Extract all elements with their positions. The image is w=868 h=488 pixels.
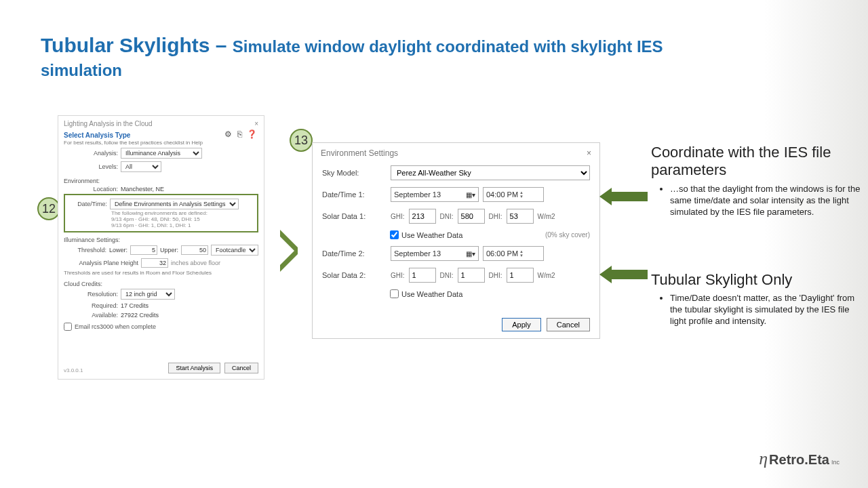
cloud-credits-header: Cloud Credits: — [58, 277, 264, 287]
wm2-unit: W/m2 — [538, 213, 555, 220]
location-label: Location: — [64, 186, 118, 192]
ghi-label: GHI: — [391, 272, 405, 279]
ghi-label: GHI: — [391, 213, 405, 220]
levels-select[interactable]: All — [121, 161, 161, 172]
ghi2-input[interactable] — [409, 268, 436, 283]
email-label: Email rcs3000 when complete — [75, 323, 156, 330]
datetime-select[interactable]: Define Environments in Analysis Settings — [110, 199, 239, 209]
date2-picker[interactable]: September 13▦▾ — [391, 246, 479, 261]
use-weather-2-label: Use Weather Data — [401, 290, 462, 298]
step-badge-12: 12 — [37, 197, 60, 220]
lighting-analysis-panel: Lighting Analysis in the Cloud × Select … — [58, 115, 264, 380]
sky-model-label: Sky Model: — [322, 169, 387, 177]
plane-unit: inches above floor — [171, 260, 220, 266]
cancel-button[interactable]: Cancel — [547, 318, 590, 331]
datetime2-label: Date/Time 2: — [322, 249, 387, 258]
apply-button[interactable]: Apply — [502, 318, 541, 331]
start-analysis-button[interactable]: Start Analysis — [168, 363, 220, 373]
explain1-heading: Coordinate with the IES file parameters — [651, 144, 865, 180]
schedule-note: Thresholds are used for results in Room … — [58, 269, 264, 277]
dhi2-input[interactable] — [507, 268, 534, 283]
step-badge-13: 13 — [290, 129, 313, 152]
spinner-icon: ▲▼ — [519, 190, 526, 199]
title-line2: simulation — [41, 61, 841, 80]
upper-label: Upper: — [160, 247, 178, 253]
title-sub: Simulate window daylight coordinated wit… — [233, 37, 663, 56]
logo-text: Retro.Eta — [769, 452, 829, 468]
env-note-2: 9/13 4pm · GHI: 48, DNI: 50, DHI: 15 — [69, 216, 253, 222]
close-icon[interactable]: × — [587, 148, 591, 158]
time2-picker[interactable]: 06:00 PM▲▼ — [483, 246, 544, 261]
logo-inc: Inc — [831, 459, 840, 466]
levels-label: Levels: — [64, 163, 118, 170]
datetime-label: Date/Time: — [69, 201, 107, 207]
slide-title: Tubular Skylights – Simulate window dayl… — [41, 34, 841, 80]
calendar-icon: ▦▾ — [466, 250, 475, 258]
plane-height-label: Analysis Plane Height — [64, 260, 138, 266]
env-note-1: The following environments are defined: — [69, 210, 253, 216]
dni2-input[interactable] — [458, 268, 485, 283]
section-select-analysis: Select Analysis Type — [58, 129, 136, 139]
dni-label: DNI: — [440, 213, 454, 220]
close-icon[interactable]: × — [254, 120, 258, 127]
wm2-unit: W/m2 — [538, 272, 555, 279]
settings-icons[interactable]: ⚙ ⎘ ❓ — [224, 129, 258, 139]
required-value: 17 Credits — [121, 302, 258, 309]
cancel-button[interactable]: Cancel — [224, 363, 258, 373]
analysis-label: Analysis: — [64, 150, 118, 157]
title-main: Tubular Skylights – — [41, 34, 233, 56]
solar2-label: Solar Data 2: — [322, 271, 387, 279]
environment-settings-panel: Environment Settings × Sky Model: Perez … — [312, 142, 600, 339]
dhi1-input[interactable] — [507, 209, 534, 224]
env-panel-title: Environment Settings — [321, 148, 398, 158]
available-value: 27922 Credits — [121, 312, 258, 319]
resolution-label: Resolution: — [64, 291, 118, 298]
retroeta-logo: η Retro.Eta Inc — [759, 449, 840, 469]
analysis-select[interactable]: Illuminance Analysis — [121, 148, 202, 159]
explain-coordinate: Coordinate with the IES file parameters … — [651, 144, 865, 218]
ghi1-input[interactable] — [409, 209, 436, 224]
arrow-left-icon — [610, 192, 648, 201]
lower-label: Lower: — [109, 247, 127, 253]
plane-height-input[interactable] — [141, 258, 168, 268]
sky-model-select[interactable]: Perez All-Weather Sky — [391, 165, 590, 180]
explain-tubular: Tubular Skylight Only Time/Date doesn't … — [651, 271, 865, 327]
env-note-3: 9/13 6pm · GHI: 1, DNI: 1, DHI: 1 — [69, 222, 253, 228]
spinner-icon: ▲▼ — [519, 249, 526, 258]
dhi-label: DHI: — [489, 213, 502, 220]
resolution-select[interactable]: 12 inch grid — [121, 289, 175, 300]
environment-header: Environment: — [58, 174, 264, 184]
required-label: Required: — [64, 302, 118, 309]
calendar-icon: ▦▾ — [466, 191, 475, 199]
use-weather-1-checkbox[interactable] — [390, 230, 399, 239]
threshold-label: Threshold: — [64, 247, 106, 253]
dni1-input[interactable] — [458, 209, 485, 224]
dhi-label: DHI: — [489, 272, 502, 279]
chevron-right-icon — [280, 224, 306, 278]
eta-icon: η — [759, 449, 768, 469]
illuminance-header: Illuminance Settings: — [58, 232, 264, 243]
units-select[interactable]: Footcandles — [211, 245, 258, 256]
explain1-bullet: …so that the daylight from the windows i… — [670, 184, 865, 218]
best-practices-note: For best results, follow the best practi… — [58, 139, 264, 146]
available-label: Available: — [64, 312, 118, 319]
version-label: v3.0.0.1 — [64, 367, 83, 373]
arrow-left-icon — [610, 270, 648, 279]
email-checkbox[interactable] — [64, 323, 72, 331]
location-value: Manchester, NE — [121, 186, 258, 192]
upper-input[interactable] — [181, 245, 208, 255]
environment-highlight-box: Date/Time: Define Environments in Analys… — [64, 194, 258, 232]
datetime1-label: Date/Time 1: — [322, 190, 387, 199]
explain2-bullet: Time/Date doesn't matter, as the 'Daylig… — [670, 293, 865, 327]
panel-title: Lighting Analysis in the Cloud — [64, 120, 153, 127]
dni-label: DNI: — [440, 272, 454, 279]
use-weather-2-checkbox[interactable] — [390, 289, 399, 298]
explain2-heading: Tubular Skylight Only — [651, 271, 865, 289]
time1-picker[interactable]: 04:00 PM▲▼ — [483, 187, 544, 202]
use-weather-1-label: Use Weather Data — [401, 231, 462, 239]
lower-input[interactable] — [130, 245, 157, 255]
sky-cover-1: (0% sky cover) — [545, 231, 590, 239]
date1-picker[interactable]: September 13▦▾ — [391, 187, 479, 202]
solar1-label: Solar Data 1: — [322, 212, 387, 220]
